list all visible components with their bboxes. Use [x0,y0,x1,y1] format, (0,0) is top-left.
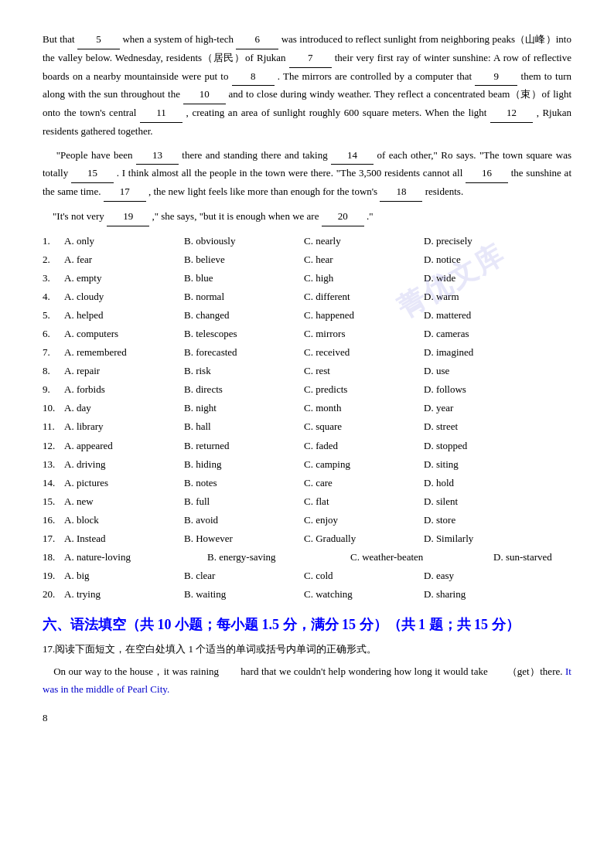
answer-row-6: 6.A. computersB. telescopesC. mirrorsD. … [43,325,571,342]
passage-text: But that 5 when a system of high-tech 6 … [43,31,571,141]
choice-13-a: A. driving [64,456,184,473]
choice-15-b: B. full [184,493,304,510]
choice-19-b: B. clear [184,567,304,584]
choice-1-b: B. obviously [184,233,304,250]
choice-9-c: C. predicts [304,381,424,398]
choice-16-a: A. block [64,512,184,529]
answer-num-9: 9. [43,381,64,398]
blank-12: 12 [490,104,533,123]
answer-row-3: 3.A. emptyB. blueC. highD. wide [43,270,571,287]
choice-10-b: B. night [184,400,304,417]
choice-5-a: A. helped [64,307,184,324]
choice-17-d: D. Similarly [424,530,517,547]
answer-num-16: 16. [43,512,64,529]
blank-5: 5 [77,31,120,49]
answer-row-5: 5.A. helpedB. changedC. happenedD. matte… [43,307,571,324]
choice-2-c: C. hear [304,251,424,268]
choice-19-d: D. easy [424,567,517,584]
choice-18-b: B. energy-saving [207,549,350,566]
blank-6: 6 [236,31,278,49]
answer-row-18: 18.A. nature-lovingB. energy-savingC. we… [43,549,571,566]
choice-14-a: A. pictures [64,475,184,492]
blank-19: 19 [107,208,149,226]
answer-num-4: 4. [43,288,64,305]
choice-10-c: C. month [304,400,424,417]
choice-13-c: C. camping [304,456,424,473]
answer-row-14: 14.A. picturesB. notesC. careD. hold [43,475,571,492]
choice-15-a: A. new [64,493,184,510]
blank-7: 7 [289,49,332,68]
choice-14-d: D. hold [424,475,517,492]
choice-7-b: B. forecasted [184,344,304,361]
answer-num-20: 20. [43,586,64,603]
answer-num-17: 17. [43,530,64,547]
choice-18-c: C. weather-beaten [350,549,493,566]
choice-3-b: B. blue [184,270,304,287]
choice-1-d: D. precisely [424,233,517,250]
answer-num-10: 10. [43,400,64,417]
answer-row-19: 19.A. bigB. clearC. coldD. easy [43,567,571,584]
choice-8-b: B. risk [184,363,304,380]
choice-5-c: C. happened [304,307,424,324]
choice-17-a: A. Instead [64,530,184,547]
answer-num-2: 2. [43,251,64,268]
choice-6-b: B. telescopes [184,325,304,342]
choice-4-c: C. different [304,288,424,305]
answer-num-15: 15. [43,493,64,510]
choice-14-b: B. notes [184,475,304,492]
choice-19-a: A. big [64,567,184,584]
choice-17-c: C. Gradually [304,530,424,547]
choice-10-a: A. day [64,400,184,417]
choice-6-d: D. cameras [424,325,517,342]
answer-num-5: 5. [43,307,64,324]
blank-18: 18 [380,183,422,202]
answer-row-17: 17.A. InsteadB. HoweverC. GraduallyD. Si… [43,530,571,547]
choice-8-c: C. rest [304,363,424,380]
answer-row-15: 15.A. newB. fullC. flatD. silent [43,493,571,510]
answer-row-12: 12.A. appearedB. returnedC. fadedD. stop… [43,437,571,454]
choice-10-d: D. year [424,400,517,417]
passage-line1: But that 5 when a system of high-tech 6 … [43,33,571,137]
answer-row-2: 2.A. fearB. believeC. hearD. notice [43,251,571,268]
answer-row-4: 4.A. cloudyB. normalC. differentD. warm [43,288,571,305]
choice-17-b: B. However [184,530,304,547]
choice-20-c: C. watching [304,586,424,603]
choice-3-d: D. wide [424,270,517,287]
answer-num-11: 11. [43,418,64,435]
answer-num-13: 13. [43,456,64,473]
choice-2-b: B. believe [184,251,304,268]
passage-quote2: "It's not very 19 ," she says, "but it i… [43,208,571,226]
blank-8: 8 [232,68,275,87]
answer-row-20: 20.A. tryingB. waitingC. watchingD. shar… [43,586,571,603]
blank-14: 14 [331,147,374,165]
answer-row-9: 9.A. forbidsB. directsC. predictsD. foll… [43,381,571,398]
blank-9: 9 [475,68,517,87]
blank-13: 13 [136,147,179,165]
choice-13-d: D. siting [424,456,517,473]
answer-num-8: 8. [43,363,64,380]
choice-5-b: B. changed [184,307,304,324]
choice-20-d: D. sharing [424,586,517,603]
answer-row-7: 7.A. rememberedB. forecastedC. receivedD… [43,344,571,361]
answer-num-18: 18. [43,549,64,566]
blank-10: 10 [183,86,226,104]
choice-4-b: B. normal [184,288,304,305]
blank-17: 17 [104,183,146,202]
choice-11-c: C. square [304,418,424,435]
choice-11-a: A. library [64,418,184,435]
choice-20-a: A. trying [64,586,184,603]
choice-13-b: B. hiding [184,456,304,473]
choice-12-d: D. stopped [424,437,517,454]
choice-20-b: B. waiting [184,586,304,603]
passage-quotes: "People have been 13 there and standing … [43,147,571,202]
choice-1-c: C. nearly [304,233,424,250]
answer-num-7: 7. [43,344,64,361]
answer-row-8: 8.A. repairB. riskC. restD. use [43,363,571,380]
choice-4-d: D. warm [424,288,517,305]
choice-16-c: C. enjoy [304,512,424,529]
section6-header: 六、语法填空（共 10 小题；每小题 1.5 分，满分 15 分）（共 1 题；… [43,614,571,636]
choice-1-a: A. only [64,233,184,250]
choice-12-a: A. appeared [64,437,184,454]
choice-18-a: A. nature-loving [64,549,207,566]
answer-row-1: 1.A. onlyB. obviouslyC. nearlyD. precise… [43,233,571,250]
